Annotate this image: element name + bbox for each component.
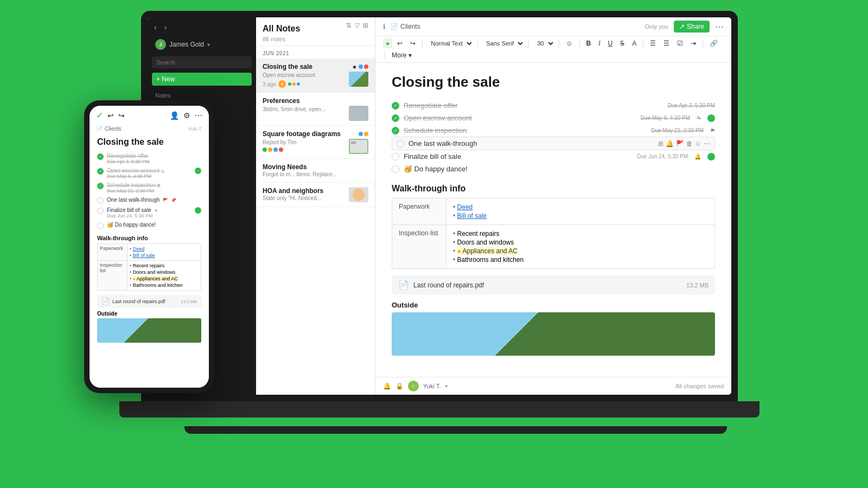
phone-redo-icon[interactable]: ↪ bbox=[118, 111, 125, 120]
phone-checkbox-4[interactable] bbox=[97, 197, 104, 204]
footer-user-chevron[interactable]: ▾ bbox=[445, 383, 448, 390]
phone-settings-icon[interactable]: ⚙ bbox=[183, 111, 190, 120]
phone-paperwork-row: Paperwork Deed Bill of sale bbox=[98, 244, 201, 261]
task4-bell-icon[interactable]: 🔔 bbox=[666, 140, 674, 147]
nav-back-btn[interactable]: ‹ bbox=[152, 22, 159, 33]
sort-icon[interactable]: ⇅ bbox=[346, 22, 352, 29]
phone-info-table: Paperwork Deed Bill of sale Inspection l… bbox=[97, 243, 201, 291]
sidebar-search-input[interactable] bbox=[152, 56, 252, 68]
info-icon[interactable]: ℹ bbox=[383, 23, 386, 30]
phone-deed-link[interactable]: Deed bbox=[133, 246, 145, 252]
format-bullet-btn[interactable]: ● bbox=[383, 38, 392, 48]
sidebar-user[interactable]: J James Gold ▾ bbox=[152, 37, 252, 52]
note-item-moving[interactable]: Moving Needs Forgot to m... Items: Repla… bbox=[256, 159, 375, 183]
more-options-icon[interactable]: ⋯ bbox=[715, 22, 724, 32]
phone-checkbox-6[interactable] bbox=[97, 222, 104, 229]
strikethrough-btn[interactable]: S̶ bbox=[617, 38, 627, 48]
note-item-closing[interactable]: Closing the sale ★ Open e bbox=[256, 59, 375, 93]
task-checkbox-4[interactable] bbox=[397, 140, 404, 147]
note-item-preferences[interactable]: Preferences 3bdrm, 5min drive, open... bbox=[256, 93, 375, 126]
task5-badge bbox=[707, 153, 715, 160]
emoji-btn[interactable]: ☺ bbox=[563, 38, 575, 48]
task-checkbox-6[interactable] bbox=[392, 165, 399, 173]
task-text-3: Schedule inspection bbox=[404, 126, 467, 134]
phone-undo-icon[interactable]: ↩ bbox=[107, 111, 114, 120]
task-checkbox-2[interactable] bbox=[392, 114, 399, 122]
note-item-hoa[interactable]: HOA and neighbors State only "Hi. Notice… bbox=[256, 183, 375, 207]
undo-btn[interactable]: ↩ bbox=[394, 38, 405, 48]
task-text-2: Open escrow account bbox=[404, 114, 472, 122]
phone-bill-link[interactable]: Bill of sale bbox=[133, 253, 155, 258]
phone-paperwork-label: Paperwork bbox=[98, 244, 127, 261]
diag-dot-blue bbox=[359, 132, 363, 136]
deed-link[interactable]: Deed bbox=[457, 203, 473, 211]
checklist-btn[interactable]: ☑ bbox=[674, 38, 686, 48]
note-preview-closing: Open escrow account bbox=[263, 72, 346, 79]
phone-file-attachment[interactable]: 📄 Last round of repairs.pdf 13.2 MB bbox=[97, 295, 201, 308]
inspection-items: Recent repairs Doors and windows Applian… bbox=[446, 225, 715, 269]
task-due-5: Due Jun 24, 5:30 PM bbox=[637, 153, 688, 159]
underline-btn[interactable]: U bbox=[605, 38, 616, 48]
new-note-button[interactable]: + New bbox=[152, 73, 252, 86]
note-thumb-house bbox=[349, 72, 368, 87]
italic-btn[interactable]: I bbox=[596, 38, 603, 48]
task4-delete-icon[interactable]: 🗑 bbox=[686, 140, 693, 147]
indent-btn[interactable]: ⇥ bbox=[688, 38, 699, 48]
phone-repair-item: Recent repairs bbox=[130, 262, 199, 269]
phone-more-icon[interactable]: ⋯ bbox=[195, 111, 202, 120]
notes-section-label: JUN 2021 bbox=[256, 46, 375, 59]
share-button[interactable]: ↗ Share bbox=[674, 21, 710, 33]
task-due-1: Due Apr 3, 5:30 PM bbox=[668, 102, 715, 108]
footer-bell-icon[interactable]: 🔔 bbox=[383, 382, 391, 390]
note-item-diagrams[interactable]: Square footage diagrams Report by Tim bbox=[256, 126, 375, 159]
file-attachment[interactable]: 📄 Last round of repairs.pdf 13.2 MB bbox=[392, 275, 715, 294]
text-style-select[interactable]: Normal Text bbox=[426, 38, 474, 48]
task4-copy-icon[interactable]: ⊞ bbox=[658, 140, 663, 147]
laptop-device: ‹ › J James Gold ▾ + New Notes bbox=[141, 11, 738, 434]
tag-dots bbox=[359, 65, 368, 69]
task5-bell-icon: 🔔 bbox=[694, 153, 701, 159]
outside-label: Outside bbox=[392, 301, 715, 309]
diag-meta bbox=[263, 147, 346, 152]
task-checkbox-5[interactable] bbox=[392, 153, 399, 160]
task-checkbox-1[interactable] bbox=[392, 102, 399, 110]
phone-task-info-6: 🥳 Do happy dance! bbox=[107, 222, 201, 228]
phone-person-icon[interactable]: 👤 bbox=[170, 111, 179, 120]
phone-task-2: Open escrow account ✎ Due May 6, 4:30 PM bbox=[97, 166, 201, 181]
phone-checkbox-5[interactable] bbox=[97, 208, 104, 214]
phone-checkbox-3[interactable] bbox=[97, 183, 104, 189]
phone-task-text-2: Open escrow account bbox=[107, 168, 159, 174]
grid-icon[interactable]: ⊞ bbox=[363, 22, 368, 29]
link-btn[interactable]: 🔗 bbox=[707, 38, 720, 48]
font-select[interactable]: Sans Serif bbox=[482, 38, 525, 48]
phone-task-text-6: 🥳 Do happy dance! bbox=[107, 222, 156, 228]
footer-user-label: Yuki T. bbox=[423, 383, 441, 389]
task4-icons: ⊞ 🔔 🚩 🗑 ☺ ⋯ bbox=[658, 140, 710, 147]
task4-more-icon[interactable]: ⋯ bbox=[704, 140, 710, 147]
note-dots bbox=[288, 82, 300, 86]
bill-of-sale-link[interactable]: Bill of sale bbox=[457, 212, 487, 220]
bold-btn[interactable]: B bbox=[584, 38, 594, 48]
note-thumb-qr: QR bbox=[349, 139, 368, 154]
bullet-list-btn[interactable]: ☰ bbox=[647, 38, 659, 48]
sidebar-notes-item[interactable]: Notes bbox=[152, 90, 252, 101]
phone-checkbox-1[interactable] bbox=[97, 153, 104, 160]
task-text-1: Renegotiate offer bbox=[404, 101, 458, 110]
username-label: James Gold bbox=[169, 41, 204, 48]
task4-flag-icon[interactable]: 🚩 bbox=[676, 140, 684, 147]
task-checkbox-3[interactable] bbox=[392, 127, 399, 134]
task4-emoji-icon[interactable]: ☺ bbox=[695, 140, 701, 147]
phone-checkbox-2[interactable] bbox=[97, 168, 104, 175]
redo-btn[interactable]: ↪ bbox=[407, 38, 418, 48]
more-btn[interactable]: More ▾ bbox=[389, 50, 414, 60]
phone-content: Closing the sale Renegotiate offer Due A… bbox=[90, 133, 209, 388]
numbered-list-btn[interactable]: ☰ bbox=[661, 38, 672, 48]
size-select[interactable]: 30 bbox=[533, 38, 555, 48]
font-color-btn[interactable]: A bbox=[629, 38, 639, 48]
phone-badge-2 bbox=[195, 168, 201, 174]
filter-icon[interactable]: ▽ bbox=[355, 22, 360, 29]
phone-task-text-3: Schedule inspection bbox=[107, 182, 156, 188]
task-item-4[interactable]: One last walk-through ⊞ 🔔 🚩 🗑 ☺ ⋯ bbox=[392, 137, 715, 150]
dot-yellow bbox=[292, 82, 296, 86]
nav-forward-btn[interactable]: › bbox=[162, 22, 169, 33]
